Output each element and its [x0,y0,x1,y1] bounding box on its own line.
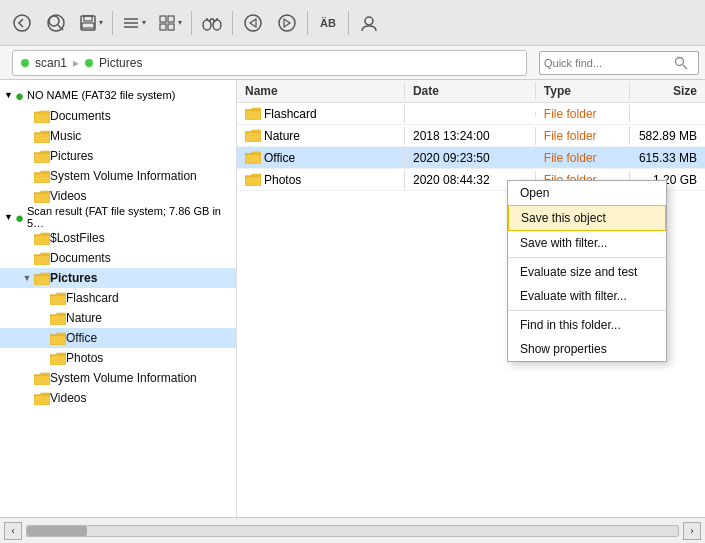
svg-rect-6 [82,23,94,28]
col-header-date[interactable]: Date [405,82,536,100]
folder-icon [34,170,50,183]
sidebar-item-pictures-1[interactable]: Pictures [0,146,236,166]
file-date-nature: 2018 13:24:00 [405,127,536,145]
file-date-flashcard [405,112,536,116]
binoculars-button[interactable] [196,7,228,39]
drive-icon-1: ● [15,87,24,104]
folder-icon [34,372,50,385]
sidebar-item-pictures-2[interactable]: ▼ Pictures [0,268,236,288]
scroll-track[interactable] [26,525,679,537]
main-layout: ▼ ● NO NAME (FAT32 file system) Document… [0,80,705,517]
save-this-object-menu-item[interactable]: Save this object [508,205,666,231]
folder-icon [34,130,50,143]
bottom-bar: ‹ › [0,517,705,543]
folder-icon [34,252,50,265]
show-properties-menu-item[interactable]: Show properties [508,337,666,361]
file-list-header: Name Date Type Size [237,80,705,103]
svg-rect-12 [160,24,166,30]
col-header-type[interactable]: Type [536,82,630,100]
folder-icon [245,129,261,142]
breadcrumb-bar[interactable]: scan1 ▸ Pictures [12,50,527,76]
sidebar-item-videos-2[interactable]: Videos [0,388,236,408]
sidebar-item-sysvolinfo-1[interactable]: System Volume Information [0,166,236,186]
sep3 [232,11,233,35]
col-header-size[interactable]: Size [630,82,705,100]
file-row-flashcard[interactable]: Flashcard File folder [237,103,705,125]
sidebar-section-scan[interactable]: ▼ ● Scan result (FAT file system; 7.86 G… [0,206,236,228]
file-type-office: File folder [536,149,630,167]
grid-group-button[interactable]: ▾ [153,7,187,39]
folder-icon [50,292,66,305]
svg-point-0 [14,15,30,31]
search-icon [674,56,688,70]
breadcrumb-item-pictures[interactable]: Pictures [99,56,142,70]
sidebar-item-nature[interactable]: Nature [0,308,236,328]
list-group-button[interactable]: ▾ [117,7,151,39]
sidebar-item-flashcard[interactable]: Flashcard [0,288,236,308]
scroll-thumb[interactable] [27,526,87,536]
svg-point-3 [48,15,64,31]
sidebar-label-lostfiles: $LostFiles [50,231,105,245]
folder-icon [50,332,66,345]
folder-icon [50,352,66,365]
svg-rect-13 [168,24,174,30]
sidebar-item-videos-1[interactable]: Videos [0,186,236,206]
svg-point-23 [676,57,684,65]
sidebar-item-documents-1[interactable]: Documents [0,106,236,126]
svg-point-22 [365,17,373,25]
pictures-expand-icon[interactable]: ▼ [20,271,34,285]
folder-icon [50,312,66,325]
search-button[interactable] [40,7,72,39]
search-box[interactable] [539,51,699,75]
breadcrumb-dot-1 [21,59,29,67]
sidebar-section-noname[interactable]: ▼ ● NO NAME (FAT32 file system) [0,84,236,106]
search-input[interactable] [544,57,674,69]
sidebar-label-videos-2: Videos [50,391,86,405]
evaluate-size-menu-item[interactable]: Evaluate size and test [508,260,666,284]
back-button[interactable] [6,7,38,39]
sidebar-item-music[interactable]: Music [0,126,236,146]
svg-rect-10 [160,16,166,22]
sidebar-item-documents-2[interactable]: Documents [0,248,236,268]
file-type-flashcard: File folder [536,105,630,123]
content-area: Name Date Type Size Flashcard File folde… [237,80,705,517]
prev-media-button[interactable] [237,7,269,39]
sidebar-item-sysvolinfo-2[interactable]: System Volume Information [0,368,236,388]
sidebar-label-sysvolinfo-2: System Volume Information [50,371,197,385]
user-button[interactable] [353,7,385,39]
list-dropdown-arrow: ▾ [142,18,146,27]
folder-icon [34,190,50,203]
sep2 [191,11,192,35]
sidebar-item-photos[interactable]: Photos [0,348,236,368]
sep4 [307,11,308,35]
context-menu: Open Save this object Save with filter..… [507,180,667,362]
file-date-office: 2020 09:23:50 [405,149,536,167]
save-with-filter-menu-item[interactable]: Save with filter... [508,231,666,255]
svg-rect-11 [168,16,174,22]
sidebar-label-documents-2: Documents [50,251,111,265]
sidebar-label-nature: Nature [66,311,102,325]
col-header-name[interactable]: Name [237,82,405,100]
sidebar-section-noname-label: NO NAME (FAT32 file system) [27,89,175,101]
scroll-next-button[interactable]: › [683,522,701,540]
save-group-button[interactable]: ▾ [74,7,108,39]
file-size-flashcard [630,112,705,116]
folder-icon [245,151,261,164]
svg-marker-21 [284,19,290,27]
open-menu-item[interactable]: Open [508,181,666,205]
evaluate-filter-menu-item[interactable]: Evaluate with filter... [508,284,666,308]
sidebar-item-office[interactable]: Office [0,328,236,348]
find-folder-menu-item[interactable]: Find in this folder... [508,313,666,337]
breadcrumb-item-scan[interactable]: scan1 [35,56,67,70]
scroll-prev-button[interactable]: ‹ [4,522,22,540]
file-name-nature: Nature [237,127,405,145]
sidebar-item-lostfiles[interactable]: $LostFiles [0,228,236,248]
file-row-nature[interactable]: Nature 2018 13:24:00 File folder 582.89 … [237,125,705,147]
toolbar: ▾ ▾ ▾ ÄB [0,0,705,46]
ab-button[interactable]: ÄB [312,7,344,39]
next-media-button[interactable] [271,7,303,39]
folder-icon [34,232,50,245]
folder-icon [245,173,261,186]
file-row-office[interactable]: Office 2020 09:23:50 File folder 615.33 … [237,147,705,169]
folder-icon [34,392,50,405]
